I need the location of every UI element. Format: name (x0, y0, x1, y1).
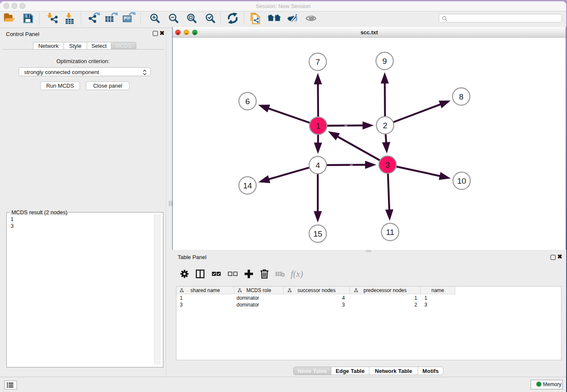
svg-text:3: 3 (385, 160, 390, 169)
svg-text:14: 14 (243, 181, 252, 190)
svg-text:8: 8 (459, 92, 464, 101)
svg-text:15: 15 (313, 229, 322, 238)
svg-text:10: 10 (457, 177, 466, 185)
svg-text:1: 1 (316, 121, 321, 130)
svg-text:11: 11 (386, 228, 394, 237)
svg-text:6: 6 (245, 97, 250, 106)
svg-text:7: 7 (316, 58, 320, 66)
svg-text:9: 9 (383, 57, 387, 66)
svg-text:2: 2 (383, 121, 388, 130)
svg-text:4: 4 (316, 161, 320, 170)
svg-text:f(x): f(x) (291, 269, 303, 279)
